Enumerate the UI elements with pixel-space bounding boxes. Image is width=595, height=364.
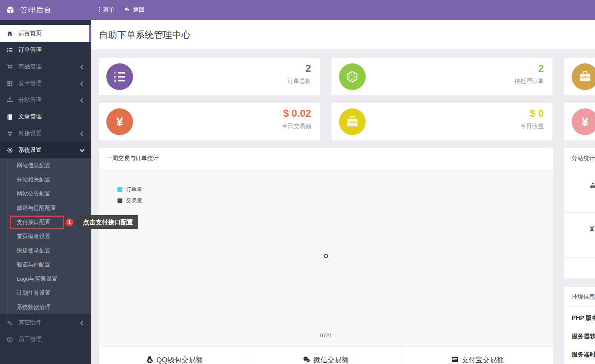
gear-icon xyxy=(6,147,13,153)
annotation-highlight-box xyxy=(10,216,64,229)
gears-icon xyxy=(6,319,13,326)
environment-info-panel: 环境信息 PHP 版本 服务器软 服务器时 xyxy=(564,287,595,364)
chart-plot-area: 订单量 交易量 0721 xyxy=(99,169,553,346)
yen-icon: ¥ xyxy=(590,225,594,233)
user-circle-icon xyxy=(6,336,13,343)
legend-swatch-dark xyxy=(117,198,123,203)
book-icon xyxy=(6,113,13,120)
wechat-volume-link[interactable]: 微信交易额 xyxy=(250,346,402,364)
alipay-icon xyxy=(451,356,459,363)
submenu-item-logo-background[interactable]: Logo与背景设置 xyxy=(0,272,91,286)
sidebar-item-products[interactable]: 商品管理 xyxy=(0,58,91,75)
sidebar-item-label: 对接设置 xyxy=(18,130,42,137)
chart-panel-title: 一周交易与订单统计 xyxy=(99,148,553,169)
sidebar-item-label: 订单管理 xyxy=(18,46,42,54)
menu-toggle-button[interactable]: 菜单 xyxy=(97,0,116,20)
sidebar-item-cards[interactable]: 发卡管理 xyxy=(0,75,91,92)
annotation-tooltip: 点击支付接口配置 xyxy=(78,215,138,229)
chevron-left-icon xyxy=(80,321,84,325)
submenu-item-substation-config[interactable]: 分站相关配置 xyxy=(0,173,91,187)
cube-logo-icon xyxy=(6,6,15,15)
substation-stats-panel: 分站统计 ¥ xyxy=(564,148,595,279)
chart-data-point[interactable] xyxy=(324,254,328,258)
brand[interactable]: 管理后台 xyxy=(0,0,91,20)
sidebar-item-orders[interactable]: 订单管理 xyxy=(0,42,91,58)
submenu-item-announcement[interactable]: 网站公告配置 xyxy=(0,187,91,201)
page-title: 自助下单系统管理中心 xyxy=(99,29,191,41)
footer-link-label: QQ钱包交易额 xyxy=(156,355,203,364)
yen-icon: ¥ xyxy=(106,108,133,135)
admin-dashboard: 管理后台 菜单 返回 后台首页 订单管理 xyxy=(0,0,595,364)
system-settings-submenu: 网站信息配置 分站相关配置 网站公告配置 邮箱与提醒配置 支付接口配置 首页模板… xyxy=(0,158,91,314)
env-row-server-software: 服务器软 xyxy=(572,332,595,340)
sidebar-item-system-settings[interactable]: 系统设置 xyxy=(0,142,91,158)
substation-row-balance: ¥ xyxy=(564,213,595,258)
qq-icon xyxy=(146,356,153,363)
env-row-server-time: 服务器时 xyxy=(572,351,595,359)
stat-card-pending-orders: 2 待处理订单 xyxy=(331,58,552,95)
chevron-down-icon xyxy=(80,148,84,152)
ordered-list-icon: 123 xyxy=(106,63,133,90)
sidebar-item-integration[interactable]: 对接设置 xyxy=(0,125,91,142)
nodes-icon xyxy=(6,130,13,137)
submenu-item-captcha-ip[interactable]: 验证与IP配置 xyxy=(0,258,91,272)
chevron-left-icon xyxy=(80,98,84,102)
footer-link-label: 微信交易额 xyxy=(313,355,349,364)
qq-wallet-volume-link[interactable]: QQ钱包交易额 xyxy=(99,346,250,364)
sitemap-icon xyxy=(6,97,13,103)
hexagon-gem-icon xyxy=(339,63,366,90)
sidebar-item-label: 分站管理 xyxy=(18,96,42,104)
sidebar-item-label: 文章管理 xyxy=(18,113,42,120)
chevron-left-icon xyxy=(80,132,84,136)
legend-label: 交易量 xyxy=(126,197,142,204)
submenu-item-home-template[interactable]: 首页模板设置 xyxy=(0,229,91,244)
sidebar-item-label: 发卡管理 xyxy=(18,80,42,87)
submenu-item-data-cleanup[interactable]: 系统数据清理 xyxy=(0,300,91,314)
alipay-volume-link[interactable]: 支付宝交易额 xyxy=(402,346,553,364)
submenu-item-quick-login[interactable]: 快捷登录配置 xyxy=(0,244,91,258)
menu-label: 菜单 xyxy=(103,6,115,14)
briefcase-icon xyxy=(339,108,366,135)
sidebar: 后台首页 订单管理 商品管理 发卡管理 分站管理 xyxy=(0,20,91,364)
stat-card-today-volume: ¥ $ 0.02 今日交易额 xyxy=(99,103,320,141)
stat-label: 订单总数 xyxy=(288,78,311,85)
submenu-item-site-info[interactable]: 网站信息配置 xyxy=(0,158,91,173)
legend-swatch-cyan xyxy=(117,187,123,192)
list-icon xyxy=(6,47,13,53)
back-button[interactable]: 返回 xyxy=(122,0,146,20)
sidebar-item-substations[interactable]: 分站管理 xyxy=(0,92,91,108)
stat-label: 今日交易额 xyxy=(282,123,311,130)
svg-text:3: 3 xyxy=(114,79,116,83)
stat-label: 待处理订单 xyxy=(515,78,544,85)
stat-card-partial-1 xyxy=(564,58,595,95)
vertical-ellipsis-icon xyxy=(99,7,100,13)
sidebar-item-label: 系统设置 xyxy=(18,146,42,154)
sidebar-item-label: 商品管理 xyxy=(18,63,42,70)
wechat-icon xyxy=(303,356,310,363)
page-header: 自助下单系统管理中心 xyxy=(91,20,595,49)
stat-card-partial-2: ¥ xyxy=(564,103,595,141)
payment-stats-row: QQ钱包交易额 微信交易额 支付宝交易额 xyxy=(99,346,553,364)
environment-panel-title: 环境信息 xyxy=(564,287,595,307)
chevron-left-icon xyxy=(80,82,84,85)
submenu-item-mail-alert[interactable]: 邮箱与提醒配置 xyxy=(0,201,91,215)
sidebar-item-label: 员工管理 xyxy=(18,336,42,343)
x-axis-tick: 0721 xyxy=(309,332,343,339)
sitemap-icon xyxy=(590,183,595,189)
sidebar-item-articles[interactable]: 文章管理 xyxy=(0,108,91,125)
brand-title: 管理后台 xyxy=(20,5,52,15)
sidebar-item-other-components[interactable]: 其它组件 xyxy=(0,314,91,331)
sidebar-item-label: 后台首页 xyxy=(18,30,42,37)
sidebar-item-staff[interactable]: 员工管理 xyxy=(0,331,91,348)
submenu-item-cron-tasks[interactable]: 计划任务设置 xyxy=(0,286,91,300)
sidebar-item-home[interactable]: 后台首页 xyxy=(0,25,91,42)
back-label: 返回 xyxy=(133,6,145,14)
substation-panel-title: 分站统计 xyxy=(564,148,595,169)
legend-item-orders[interactable]: 订单量 xyxy=(117,186,142,193)
home-icon xyxy=(6,30,13,37)
legend-item-volume[interactable]: 交易量 xyxy=(117,197,142,204)
stat-value: 2 xyxy=(538,63,544,74)
legend-label: 订单量 xyxy=(126,186,142,193)
stat-value: 2 xyxy=(306,63,311,74)
reply-arrow-icon xyxy=(124,6,130,14)
